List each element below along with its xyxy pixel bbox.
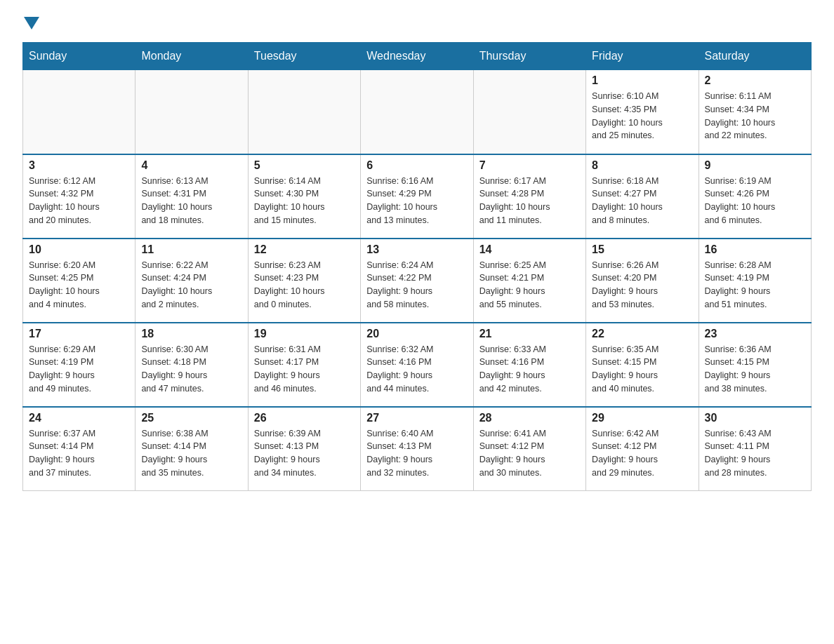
day-number: 26 xyxy=(254,412,355,424)
calendar-cell: 18Sunrise: 6:30 AM Sunset: 4:18 PM Dayli… xyxy=(135,323,248,407)
calendar-cell: 20Sunrise: 6:32 AM Sunset: 4:16 PM Dayli… xyxy=(361,323,473,407)
day-info: Sunrise: 6:38 AM Sunset: 4:14 PM Dayligh… xyxy=(141,427,241,480)
calendar-cell: 7Sunrise: 6:17 AM Sunset: 4:28 PM Daylig… xyxy=(473,154,585,239)
day-number: 7 xyxy=(479,159,580,172)
calendar-cell xyxy=(248,70,360,154)
day-info: Sunrise: 6:16 AM Sunset: 4:29 PM Dayligh… xyxy=(366,175,467,227)
day-number: 5 xyxy=(254,159,355,172)
day-info: Sunrise: 6:20 AM Sunset: 4:25 PM Dayligh… xyxy=(29,259,129,311)
day-info: Sunrise: 6:23 AM Sunset: 4:23 PM Dayligh… xyxy=(254,259,355,311)
calendar-cell xyxy=(135,70,248,154)
day-number: 12 xyxy=(254,243,355,256)
calendar-cell: 4Sunrise: 6:13 AM Sunset: 4:31 PM Daylig… xyxy=(135,154,248,239)
day-number: 10 xyxy=(29,243,129,256)
day-info: Sunrise: 6:13 AM Sunset: 4:31 PM Dayligh… xyxy=(141,175,241,227)
day-info: Sunrise: 6:22 AM Sunset: 4:24 PM Dayligh… xyxy=(141,259,241,311)
day-info: Sunrise: 6:24 AM Sunset: 4:22 PM Dayligh… xyxy=(366,259,467,311)
day-number: 9 xyxy=(705,159,805,172)
day-number: 1 xyxy=(592,74,692,87)
day-info: Sunrise: 6:14 AM Sunset: 4:30 PM Dayligh… xyxy=(254,175,355,227)
calendar-cell: 3Sunrise: 6:12 AM Sunset: 4:32 PM Daylig… xyxy=(23,154,135,239)
day-info: Sunrise: 6:36 AM Sunset: 4:15 PM Dayligh… xyxy=(705,343,805,396)
calendar-cell: 2Sunrise: 6:11 AM Sunset: 4:34 PM Daylig… xyxy=(699,70,811,154)
day-info: Sunrise: 6:43 AM Sunset: 4:11 PM Dayligh… xyxy=(705,427,805,480)
calendar-cell xyxy=(473,70,585,154)
day-info: Sunrise: 6:11 AM Sunset: 4:34 PM Dayligh… xyxy=(705,90,805,142)
day-number: 17 xyxy=(29,328,129,340)
day-info: Sunrise: 6:41 AM Sunset: 4:12 PM Dayligh… xyxy=(479,427,580,480)
calendar-cell: 28Sunrise: 6:41 AM Sunset: 4:12 PM Dayli… xyxy=(473,407,585,491)
calendar-cell: 10Sunrise: 6:20 AM Sunset: 4:25 PM Dayli… xyxy=(23,239,135,323)
day-number: 11 xyxy=(141,243,241,256)
day-info: Sunrise: 6:37 AM Sunset: 4:14 PM Dayligh… xyxy=(29,427,129,480)
calendar-week-row-1: 1Sunrise: 6:10 AM Sunset: 4:35 PM Daylig… xyxy=(23,70,812,154)
day-info: Sunrise: 6:30 AM Sunset: 4:18 PM Dayligh… xyxy=(141,343,241,396)
calendar-cell: 24Sunrise: 6:37 AM Sunset: 4:14 PM Dayli… xyxy=(23,407,135,491)
day-number: 30 xyxy=(705,412,805,424)
weekday-header-row: Sunday Monday Tuesday Wednesday Thursday… xyxy=(23,43,812,70)
calendar-cell: 17Sunrise: 6:29 AM Sunset: 4:19 PM Dayli… xyxy=(23,323,135,407)
header-tuesday: Tuesday xyxy=(248,43,360,70)
day-info: Sunrise: 6:39 AM Sunset: 4:13 PM Dayligh… xyxy=(254,427,355,480)
day-number: 4 xyxy=(141,159,241,172)
day-info: Sunrise: 6:33 AM Sunset: 4:16 PM Dayligh… xyxy=(479,343,580,396)
day-number: 21 xyxy=(479,328,580,340)
day-info: Sunrise: 6:32 AM Sunset: 4:16 PM Dayligh… xyxy=(366,343,467,396)
day-info: Sunrise: 6:35 AM Sunset: 4:15 PM Dayligh… xyxy=(592,343,692,396)
calendar-cell: 6Sunrise: 6:16 AM Sunset: 4:29 PM Daylig… xyxy=(361,154,473,239)
day-info: Sunrise: 6:12 AM Sunset: 4:32 PM Dayligh… xyxy=(29,175,129,227)
header-friday: Friday xyxy=(586,43,699,70)
calendar-cell: 15Sunrise: 6:26 AM Sunset: 4:20 PM Dayli… xyxy=(586,239,699,323)
header-saturday: Saturday xyxy=(699,43,811,70)
day-info: Sunrise: 6:17 AM Sunset: 4:28 PM Dayligh… xyxy=(479,175,580,227)
day-number: 8 xyxy=(592,159,692,172)
calendar-cell: 11Sunrise: 6:22 AM Sunset: 4:24 PM Dayli… xyxy=(135,239,248,323)
calendar-cell: 22Sunrise: 6:35 AM Sunset: 4:15 PM Dayli… xyxy=(586,323,699,407)
svg-marker-0 xyxy=(24,17,39,29)
day-info: Sunrise: 6:40 AM Sunset: 4:13 PM Dayligh… xyxy=(366,427,467,480)
header-monday: Monday xyxy=(135,43,248,70)
calendar-cell: 29Sunrise: 6:42 AM Sunset: 4:12 PM Dayli… xyxy=(586,407,699,491)
calendar-week-row-5: 24Sunrise: 6:37 AM Sunset: 4:14 PM Dayli… xyxy=(23,407,812,491)
calendar-cell: 5Sunrise: 6:14 AM Sunset: 4:30 PM Daylig… xyxy=(248,154,360,239)
day-info: Sunrise: 6:19 AM Sunset: 4:26 PM Dayligh… xyxy=(705,175,805,227)
day-number: 13 xyxy=(366,243,467,256)
day-number: 19 xyxy=(254,328,355,340)
day-number: 28 xyxy=(479,412,580,424)
day-number: 3 xyxy=(29,159,129,172)
day-number: 20 xyxy=(366,328,467,340)
calendar-cell: 16Sunrise: 6:28 AM Sunset: 4:19 PM Dayli… xyxy=(699,239,811,323)
calendar-cell: 26Sunrise: 6:39 AM Sunset: 4:13 PM Dayli… xyxy=(248,407,360,491)
day-info: Sunrise: 6:29 AM Sunset: 4:19 PM Dayligh… xyxy=(29,343,129,396)
logo xyxy=(22,17,39,29)
day-number: 22 xyxy=(592,328,692,340)
day-number: 6 xyxy=(366,159,467,172)
calendar-cell: 1Sunrise: 6:10 AM Sunset: 4:35 PM Daylig… xyxy=(586,70,699,154)
day-number: 15 xyxy=(592,243,692,256)
day-number: 14 xyxy=(479,243,580,256)
calendar-cell: 13Sunrise: 6:24 AM Sunset: 4:22 PM Dayli… xyxy=(361,239,473,323)
calendar-cell: 25Sunrise: 6:38 AM Sunset: 4:14 PM Dayli… xyxy=(135,407,248,491)
calendar-week-row-3: 10Sunrise: 6:20 AM Sunset: 4:25 PM Dayli… xyxy=(23,239,812,323)
day-info: Sunrise: 6:28 AM Sunset: 4:19 PM Dayligh… xyxy=(705,259,805,311)
calendar-table: Sunday Monday Tuesday Wednesday Thursday… xyxy=(22,42,812,491)
day-info: Sunrise: 6:42 AM Sunset: 4:12 PM Dayligh… xyxy=(592,427,692,480)
day-number: 27 xyxy=(366,412,467,424)
header-wednesday: Wednesday xyxy=(361,43,473,70)
day-info: Sunrise: 6:31 AM Sunset: 4:17 PM Dayligh… xyxy=(254,343,355,396)
calendar-cell xyxy=(23,70,135,154)
calendar-cell: 23Sunrise: 6:36 AM Sunset: 4:15 PM Dayli… xyxy=(699,323,811,407)
calendar-cell: 14Sunrise: 6:25 AM Sunset: 4:21 PM Dayli… xyxy=(473,239,585,323)
day-info: Sunrise: 6:10 AM Sunset: 4:35 PM Dayligh… xyxy=(592,90,692,142)
page-header xyxy=(22,17,812,29)
day-info: Sunrise: 6:26 AM Sunset: 4:20 PM Dayligh… xyxy=(592,259,692,311)
calendar-cell: 27Sunrise: 6:40 AM Sunset: 4:13 PM Dayli… xyxy=(361,407,473,491)
calendar-week-row-2: 3Sunrise: 6:12 AM Sunset: 4:32 PM Daylig… xyxy=(23,154,812,239)
calendar-week-row-4: 17Sunrise: 6:29 AM Sunset: 4:19 PM Dayli… xyxy=(23,323,812,407)
calendar-cell: 12Sunrise: 6:23 AM Sunset: 4:23 PM Dayli… xyxy=(248,239,360,323)
calendar-cell: 8Sunrise: 6:18 AM Sunset: 4:27 PM Daylig… xyxy=(586,154,699,239)
day-info: Sunrise: 6:18 AM Sunset: 4:27 PM Dayligh… xyxy=(592,175,692,227)
calendar-cell xyxy=(361,70,473,154)
calendar-cell: 21Sunrise: 6:33 AM Sunset: 4:16 PM Dayli… xyxy=(473,323,585,407)
header-thursday: Thursday xyxy=(473,43,585,70)
